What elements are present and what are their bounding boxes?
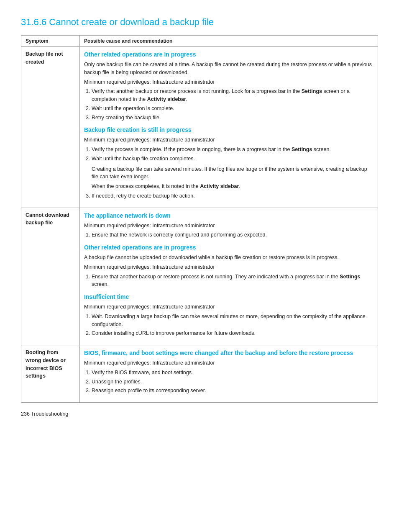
cause-section: Other related operations are in progress… bbox=[84, 243, 373, 288]
steps-list: Ensure that another backup or restore pr… bbox=[92, 273, 373, 289]
cause-section: Backup file creation is still in progres… bbox=[84, 126, 373, 200]
steps-list: Verify that another backup or restore pr… bbox=[92, 87, 373, 121]
cause-paragraph: Minimum required privileges: Infrastruct… bbox=[84, 136, 373, 144]
cause-heading: BIOS, firmware, and boot settings were c… bbox=[84, 349, 373, 357]
step-item: Wait until the backup file creation comp… bbox=[92, 155, 373, 163]
cause-heading: Backup file creation is still in progres… bbox=[84, 126, 373, 134]
symptom-cell: Backup file not created bbox=[21, 47, 80, 208]
symptom-cell: Booting from wrong device or incorrect B… bbox=[21, 345, 80, 403]
cause-section: BIOS, firmware, and boot settings were c… bbox=[84, 349, 373, 395]
cause-paragraph: Minimum required privileges: Infrastruct… bbox=[84, 303, 373, 311]
cause-paragraph: Minimum required privileges: Infrastruct… bbox=[84, 359, 373, 367]
cause-cell: Other related operations are in progress… bbox=[80, 47, 378, 208]
page-footer: 236 Troubleshooting bbox=[21, 411, 378, 417]
step-item: Wait until the operation is complete. bbox=[92, 105, 373, 113]
page-title: 31.6.6 Cannot create or download a backu… bbox=[21, 17, 378, 28]
step-item: Consider installing cURL to improve perf… bbox=[92, 329, 373, 337]
cause-paragraph: Only one backup file can be created at a… bbox=[84, 61, 373, 77]
steps-list: Ensure that the network is correctly con… bbox=[92, 231, 373, 239]
cause-section: Insufficient timeMinimum required privil… bbox=[84, 293, 373, 337]
step-item: If needed, retry the create backup file … bbox=[92, 192, 373, 200]
main-table: Symptom Possible cause and recommendatio… bbox=[21, 35, 378, 403]
col1-header: Symptom bbox=[21, 36, 80, 47]
cause-paragraph: Minimum required privileges: Infrastruct… bbox=[84, 222, 373, 230]
steps-list: Verify the BIOS firmware, and boot setti… bbox=[92, 369, 373, 395]
cause-paragraph: A backup file cannot be uploaded or down… bbox=[84, 254, 373, 262]
cause-heading: Other related operations are in progress bbox=[84, 243, 373, 252]
steps-list: Wait. Downloading a large backup file ca… bbox=[92, 313, 373, 337]
step-item: Wait. Downloading a large backup file ca… bbox=[92, 313, 373, 329]
note-paragraph: When the process completes, it is noted … bbox=[92, 182, 373, 190]
cause-paragraph: Minimum required privileges: Infrastruct… bbox=[84, 78, 373, 86]
cause-heading: Insufficient time bbox=[84, 293, 373, 301]
cause-paragraph: Minimum required privileges: Infrastruct… bbox=[84, 263, 373, 271]
cause-section: Other related operations are in progress… bbox=[84, 50, 373, 121]
step-item: Retry creating the backup file. bbox=[92, 114, 373, 122]
steps-list: Verify the process is complete. If the p… bbox=[92, 146, 373, 163]
col2-header: Possible cause and recommendation bbox=[80, 36, 378, 47]
step-item: Ensure that the network is correctly con… bbox=[92, 231, 373, 239]
step-item: Verify that another backup or restore pr… bbox=[92, 87, 373, 103]
step-item: Verify the process is complete. If the p… bbox=[92, 146, 373, 154]
step-item: Reassign each profile to its correspondi… bbox=[92, 387, 373, 395]
cause-heading: Other related operations are in progress bbox=[84, 50, 373, 59]
cause-section: The appliance network is downMinimum req… bbox=[84, 211, 373, 239]
cause-heading: The appliance network is down bbox=[84, 211, 373, 220]
step-item: Verify the BIOS firmware, and boot setti… bbox=[92, 369, 373, 377]
symptom-cell: Cannot download backup file bbox=[21, 208, 80, 345]
steps-list-cont: If needed, retry the create backup file … bbox=[92, 192, 373, 200]
cause-cell: The appliance network is downMinimum req… bbox=[80, 208, 378, 345]
step-item: Unassign the profiles. bbox=[92, 378, 373, 386]
note-paragraph: Creating a backup file can take several … bbox=[92, 165, 373, 181]
step-item: Ensure that another backup or restore pr… bbox=[92, 273, 373, 289]
cause-cell: BIOS, firmware, and boot settings were c… bbox=[80, 345, 378, 403]
